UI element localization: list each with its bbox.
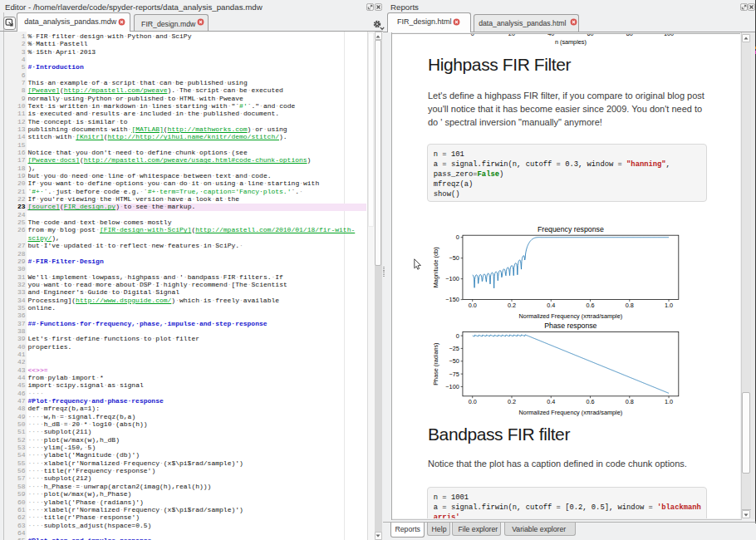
- svg-text:0.6: 0.6: [586, 398, 594, 405]
- svg-text:−25: −25: [449, 345, 459, 352]
- svg-text:Phase (radians): Phase (radians): [432, 342, 439, 385]
- svg-text:0: 0: [455, 331, 459, 339]
- svg-text:−50: −50: [449, 357, 459, 365]
- svg-text:n (samples): n (samples): [555, 38, 587, 46]
- svg-text:0.4: 0.4: [547, 398, 555, 405]
- svg-text:0.8: 0.8: [625, 398, 633, 405]
- svg-text:1.0: 1.0: [665, 302, 673, 309]
- svg-text:−100: −100: [445, 275, 459, 282]
- svg-text:0.0: 0.0: [468, 302, 476, 309]
- svg-text:Frequency response: Frequency response: [538, 225, 604, 233]
- svg-text:0.2: 0.2: [508, 398, 516, 405]
- svg-text:Normalized Frequency (xπrad/sa: Normalized Frequency (xπrad/sample): [518, 312, 622, 320]
- svg-text:0.2: 0.2: [508, 302, 516, 309]
- svg-text:0.8: 0.8: [625, 302, 633, 309]
- svg-text:Magnitude (db): Magnitude (db): [432, 247, 439, 287]
- svg-text:0.0: 0.0: [468, 398, 476, 405]
- svg-text:0.6: 0.6: [586, 302, 594, 309]
- svg-text:−75: −75: [449, 370, 459, 377]
- svg-text:−150: −150: [445, 296, 459, 303]
- svg-text:1.0: 1.0: [665, 398, 673, 405]
- svg-text:0.4: 0.4: [547, 302, 555, 309]
- svg-text:Phase response: Phase response: [544, 322, 596, 330]
- svg-text:Normalized Frequency (xπrad/sa: Normalized Frequency (xπrad/sample): [518, 409, 622, 416]
- svg-text:0: 0: [455, 233, 459, 241]
- svg-text:−100: −100: [445, 383, 459, 390]
- svg-text:−50: −50: [449, 254, 459, 262]
